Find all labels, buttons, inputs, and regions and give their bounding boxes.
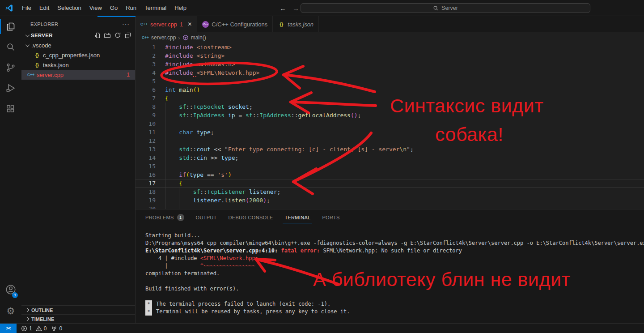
extensions-activity-button[interactable]	[0, 98, 21, 119]
code-line-4[interactable]: 4#include <SFML\Network.hpp>	[136, 68, 644, 77]
code-line-19[interactable]: 19 listener.listen(2000);	[136, 196, 644, 205]
bottom-panel: PROBLEMS1OUTPUTDEBUG CONSOLETERMINALPORT…	[136, 209, 644, 323]
menu-item-file[interactable]: File	[18, 3, 35, 13]
menu-item-view[interactable]: View	[85, 3, 106, 13]
breadcrumb-file[interactable]: server.cpp	[151, 34, 176, 41]
line-number: 3	[136, 60, 156, 68]
outline-section[interactable]: OUTLINE	[21, 305, 135, 314]
code-line-15[interactable]: 15	[136, 162, 644, 171]
indent-guide	[165, 102, 165, 111]
code-token	[165, 146, 179, 153]
terminal-line: Starting build...	[145, 232, 642, 239]
menu-item-run[interactable]: Run	[122, 3, 140, 13]
code-line-14[interactable]: 14 std::cin >> type;	[136, 154, 644, 162]
explorer-more-actions-button[interactable]: ···	[122, 21, 130, 28]
error-badge: 1	[127, 72, 130, 78]
code-editor[interactable]: 1#include <iostream>2#include <string>3#…	[136, 43, 644, 209]
tree-item-server.cpp[interactable]: C++server.cpp1	[21, 70, 135, 80]
code-line-8[interactable]: 8 sf::TcpSocket socket;	[136, 102, 644, 111]
menu-item-go[interactable]: Go	[106, 3, 122, 13]
code-line-1[interactable]: 1#include <iostream>	[136, 43, 644, 51]
code-token: )	[228, 171, 232, 178]
code-line-3[interactable]: 3#include <windows.h>	[136, 60, 644, 68]
code-token: cin	[196, 154, 207, 161]
code-line-6[interactable]: 6int main()	[136, 85, 644, 94]
accounts-button[interactable]: 1	[0, 278, 21, 301]
source-control-activity-button[interactable]	[0, 57, 21, 78]
menu-item-help[interactable]: Help	[170, 3, 191, 13]
tree-item-tasks.json[interactable]: {}tasks.json	[21, 60, 135, 70]
panel-tab-debug-console[interactable]: DEBUG CONSOLE	[229, 209, 273, 226]
forward-arrow-icon[interactable]: →	[292, 4, 299, 12]
code-line-18[interactable]: 18 sf::TcpListener listener;	[136, 188, 644, 196]
remote-indicator[interactable]: ><	[0, 324, 17, 333]
collapse-all-icon[interactable]	[124, 32, 131, 39]
terminal-token: The terminal process failed to launch (e…	[156, 301, 330, 307]
vscode-window: FileEditSelectionViewGoRunTerminalHelp ←…	[0, 0, 644, 333]
terminal-token: <SFML\Network.hpp>	[200, 255, 258, 261]
code-token: (	[246, 197, 249, 204]
code-token: TcpListener	[207, 188, 246, 195]
code-token: cout	[196, 146, 210, 153]
tab-tasks.json[interactable]: {}tasks.json	[273, 16, 319, 32]
panel-tab-problems[interactable]: PROBLEMS1	[145, 209, 184, 226]
code-line-16[interactable]: 16 if(type == 's')	[136, 171, 644, 179]
breadcrumb[interactable]: C++ server.cpp › main()	[136, 32, 644, 43]
tree-item-.vscode[interactable]: .vscode	[21, 40, 135, 50]
indent-guide	[165, 171, 165, 179]
search-activity-button[interactable]	[0, 37, 21, 57]
chevron-down-icon	[25, 43, 30, 47]
explorer-activity-button[interactable]	[0, 16, 21, 37]
code-line-11[interactable]: 11 char type;	[136, 128, 644, 137]
code-token	[246, 188, 249, 195]
line-number: 2	[136, 51, 156, 60]
tree-item-c_cpp_properties.json[interactable]: {}c_cpp_properties.json	[21, 50, 135, 60]
breadcrumb-symbol[interactable]: main()	[191, 34, 206, 41]
code-line-2[interactable]: 2#include <string>	[136, 51, 644, 60]
menu-item-terminal[interactable]: Terminal	[140, 3, 170, 13]
line-number: 8	[136, 102, 156, 111]
panel-tab-ports[interactable]: PORTS	[322, 209, 339, 226]
code-line-13[interactable]: 13 std::cout << "Enter type connecting: …	[136, 145, 644, 154]
explorer-root-folder[interactable]: SERVER	[21, 30, 135, 40]
close-icon[interactable]: ✕	[187, 21, 192, 27]
tab-C/C++ Configurations[interactable]: C++C/C++ Configurations	[197, 16, 273, 32]
code-line-17[interactable]: 17 {	[136, 179, 644, 188]
cpp-file-icon: C++	[27, 71, 34, 78]
code-token: .	[221, 197, 225, 204]
settings-button[interactable]: ⚙	[0, 301, 21, 321]
ports-status[interactable]: 0	[51, 325, 62, 332]
menu-item-edit[interactable]: Edit	[35, 3, 53, 13]
new-file-icon[interactable]	[93, 32, 101, 39]
terminal-line	[145, 293, 642, 300]
terminal-output[interactable]: Starting build...D:\Programs\msys64_cpp_…	[145, 232, 642, 316]
code-token: ::	[200, 188, 207, 195]
back-arrow-icon[interactable]: ←	[280, 4, 286, 12]
terminal-line: *The terminal process failed to launch (…	[145, 300, 642, 308]
code-line-12[interactable]: 12	[136, 137, 644, 145]
code-line-20[interactable]: 20	[136, 205, 644, 209]
run-debug-activity-button[interactable]	[0, 78, 21, 98]
code-token: ==	[207, 171, 214, 178]
refresh-icon[interactable]	[114, 32, 121, 39]
code-line-9[interactable]: 9 sf::IpAddress ip = sf::IpAddress::getL…	[136, 111, 644, 120]
code-token	[211, 146, 214, 153]
timeline-section[interactable]: TIMELINE	[21, 314, 135, 323]
code-token: listen	[225, 197, 246, 204]
code-line-7[interactable]: 7{	[136, 94, 644, 102]
code-token: ;	[410, 146, 414, 153]
panel-tab-terminal[interactable]: TERMINAL	[284, 209, 310, 226]
debug-icon	[5, 83, 16, 94]
files-icon	[5, 21, 16, 32]
problems-status[interactable]: 1 0	[21, 325, 47, 332]
command-center-search[interactable]: Server	[301, 3, 590, 13]
code-line-5[interactable]: 5	[136, 77, 644, 85]
tab-server.cpp[interactable]: C++server.cpp1✕	[136, 16, 197, 32]
code-line-10[interactable]: 10	[136, 120, 644, 128]
panel-tab-output[interactable]: OUTPUT	[196, 209, 217, 226]
code-token: <<	[214, 146, 221, 153]
menu-item-selection[interactable]: Selection	[53, 3, 85, 13]
account-badge: 1	[12, 292, 18, 298]
code-token: sf	[193, 188, 200, 195]
new-folder-icon[interactable]	[104, 32, 111, 39]
